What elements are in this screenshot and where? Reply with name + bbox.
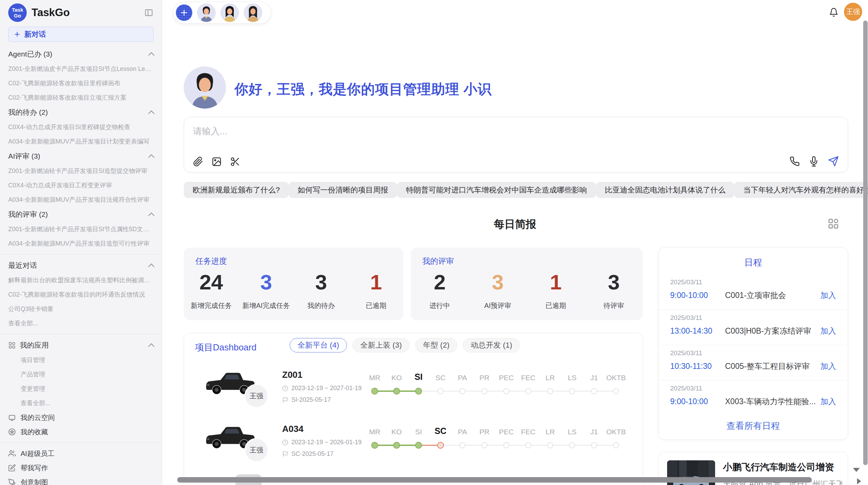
section-header[interactable]: AI评审 (3)	[8, 149, 154, 164]
suggestion-chip[interactable]: 欧洲新规最近颁布了什么?	[184, 182, 289, 198]
milestone-label: PEC	[499, 428, 514, 436]
collapse-sidebar-icon[interactable]	[144, 8, 154, 17]
sidebar-section-my-apps: 我的应用 项目管理 产品管理 变更管理 查看全部...	[8, 338, 154, 410]
project-code: Z001	[282, 370, 302, 380]
sidebar-item-cloud-space[interactable]: 我的云空间	[8, 410, 154, 425]
sidebar-item-favorites[interactable]: 我的收藏	[8, 425, 154, 439]
user-avatar[interactable]: 王强	[844, 3, 862, 21]
layout-grid-icon[interactable]	[828, 218, 839, 229]
microphone-icon[interactable]	[809, 156, 819, 166]
tab-new-platform[interactable]: 全新平台 (4)	[290, 338, 347, 352]
sidebar-header: Task Go TaskGo	[8, 0, 154, 25]
sidebar-item[interactable]: C02-飞腾新能源轻客改款项目立项汇报方案	[8, 90, 154, 105]
suggestion-chip[interactable]: 当下年轻人对汽车外观有怎样的喜好趋势	[734, 182, 868, 198]
milestone-dot	[393, 388, 400, 395]
milestone-label: KO	[391, 428, 402, 436]
horizontal-scrollbar[interactable]	[177, 477, 812, 483]
suggestion-chip[interactable]: 特朗普可能对进口汽车增税会对中国车企造成哪些影响	[397, 182, 596, 198]
sidebar-item[interactable]: Z001-全新燃油皮卡产品开发项目SI节点Lesson Learn报告	[8, 62, 154, 76]
app-item-change-mgmt[interactable]: 变更管理	[8, 382, 154, 396]
milestone-label: FEC	[521, 374, 535, 382]
sidebar-item-ai-staff[interactable]: AI超级员工	[8, 446, 154, 461]
recent-chat-item[interactable]: 公司Q3轻卡销量	[8, 302, 154, 316]
milestone-dot	[481, 388, 487, 394]
scissors-icon[interactable]	[230, 157, 240, 167]
add-session-button[interactable]	[176, 4, 192, 21]
milestone-label: LS	[568, 428, 577, 436]
stat-label: AI预评审	[484, 301, 511, 310]
milestone-dot	[525, 388, 531, 394]
milestone-label: SC	[435, 374, 445, 382]
avatar[interactable]	[197, 3, 216, 22]
join-meeting-link[interactable]: 加入	[820, 326, 836, 336]
join-meeting-link[interactable]: 加入	[820, 361, 836, 372]
voice-call-icon[interactable]	[789, 156, 800, 166]
flag-icon	[282, 397, 288, 403]
sidebar-item[interactable]: C0X4-动力总成开发项目SI里程碑提交物检查	[8, 120, 154, 134]
attachment-icon[interactable]	[193, 157, 203, 167]
project-date-range: 2023-12-19 ~ 2026-01-19	[282, 439, 362, 446]
tab-model-year[interactable]: 年型 (2)	[415, 338, 457, 352]
view-all-apps-link[interactable]: 查看全部...	[8, 396, 154, 410]
app-item-product-mgmt[interactable]: 产品管理	[8, 367, 154, 382]
apps-grid-icon	[8, 341, 16, 349]
schedule-time: 9:00-10:00	[670, 291, 713, 300]
notifications-bell-icon[interactable]	[827, 5, 841, 19]
vertical-scrollbar[interactable]	[863, 21, 868, 465]
sidebar-item[interactable]: Z001-全新燃油轻卡产品开发项目SI节点属性5D文件评审	[8, 222, 154, 236]
suggestion-chip[interactable]: 比亚迪全固态电池计划具体说了什么	[596, 182, 734, 198]
sidebar-item[interactable]: C0X4-动力总成开发项目工程变更评审	[8, 178, 154, 192]
scroll-down-arrow-icon[interactable]	[853, 468, 860, 472]
sidebar-item[interactable]: A034-全新新能源MUV产品开发项目造型可行性评审	[8, 236, 154, 251]
tab-new-body[interactable]: 全新上装 (3)	[352, 338, 410, 352]
join-meeting-link[interactable]: 加入	[820, 396, 836, 407]
sidebar-item[interactable]: C02-飞腾新能源轻客改款项目里程碑画布	[8, 76, 154, 90]
chat-input[interactable]	[193, 125, 839, 149]
recent-chat-item[interactable]: 解释最新出台的欧盟报废车法规再生塑料比例被调至15%...	[8, 273, 154, 287]
stat-new-ai-done: 3 新增AI完成任务	[239, 272, 293, 310]
sidebar-item-write-helper[interactable]: 帮我写作	[8, 461, 154, 475]
section-header[interactable]: 我的应用	[8, 338, 154, 353]
section-header[interactable]: 最近对话	[8, 258, 154, 273]
project-dashboard-card: 项目Dashboard 全新平台 (4) 全新上装 (3) 年型 (2) 动总开…	[184, 333, 643, 485]
sidebar-item[interactable]: A034-全新新能源MUV产品开发项目计划变更表编写	[8, 134, 154, 149]
chevron-up-icon	[148, 52, 154, 58]
sidebar-item-creative-draw[interactable]: 创意制图	[8, 475, 154, 485]
section-header[interactable]: Agent已办 (3)	[8, 47, 154, 62]
milestone-label: J1	[590, 428, 598, 436]
scroll-right-arrow-icon[interactable]	[857, 478, 861, 484]
new-chat-button[interactable]: 新对话	[8, 27, 154, 42]
clock-icon	[282, 385, 288, 391]
view-all-chats-link[interactable]: 查看全部...	[8, 316, 154, 331]
card-title: 我的评审	[422, 256, 454, 266]
schedule-event-title: C001-立项审批会	[713, 290, 820, 301]
project-owner-badge: 王强	[244, 384, 268, 408]
image-upload-icon[interactable]	[212, 157, 222, 167]
tab-powertrain[interactable]: 动总开发 (1)	[463, 338, 520, 352]
suggestion-chip[interactable]: 如何写一份清晰的项目周报	[289, 182, 397, 198]
join-meeting-link[interactable]: 加入	[820, 290, 836, 301]
send-icon[interactable]	[828, 156, 839, 167]
recent-chat-item[interactable]: C02-飞腾新能源轻客改款项目的闭环通告反馈情况	[8, 287, 154, 302]
section-header[interactable]: 我的待办 (2)	[8, 105, 154, 120]
sidebar-item[interactable]: A034-全新新能源MUV产品开发项目法规符合性评审	[8, 192, 154, 207]
project-row[interactable]: 王强 Z001 2023-12-19 ~ 2027-01-19 SI-2025-…	[184, 366, 642, 420]
stat-ai-pre-review: 3 AI预评审	[469, 272, 527, 310]
section-title: 最近对话	[8, 261, 37, 270]
users-icon	[8, 450, 16, 457]
stat-label: 新增AI完成任务	[242, 301, 290, 310]
cloud-space-label: 我的云空间	[21, 413, 55, 422]
view-all-schedule-link[interactable]: 查看所有日程	[659, 420, 848, 432]
schedule-item: 2025/03/11 9:00-10:00 C001-立项审批会 加入	[659, 274, 848, 310]
stat-overdue: 1 已逾期	[349, 272, 403, 310]
project-row[interactable]: 王强 A034 2023-12-19 ~ 2026-01-19 SC-2025-…	[184, 420, 642, 474]
app-item-project-mgmt[interactable]: 项目管理	[8, 353, 154, 367]
section-header[interactable]: 我的评审 (2)	[8, 207, 154, 222]
section-title: Agent已办 (3)	[8, 49, 52, 59]
favorites-label: 我的收藏	[21, 427, 48, 437]
avatar[interactable]	[244, 3, 262, 22]
sidebar-item[interactable]: Z001-全新燃油轻卡产品开发项目SI造型提交物评审	[8, 164, 154, 178]
avatar[interactable]	[220, 3, 239, 22]
chat-input-box	[184, 117, 848, 173]
milestone-dot	[459, 442, 466, 448]
